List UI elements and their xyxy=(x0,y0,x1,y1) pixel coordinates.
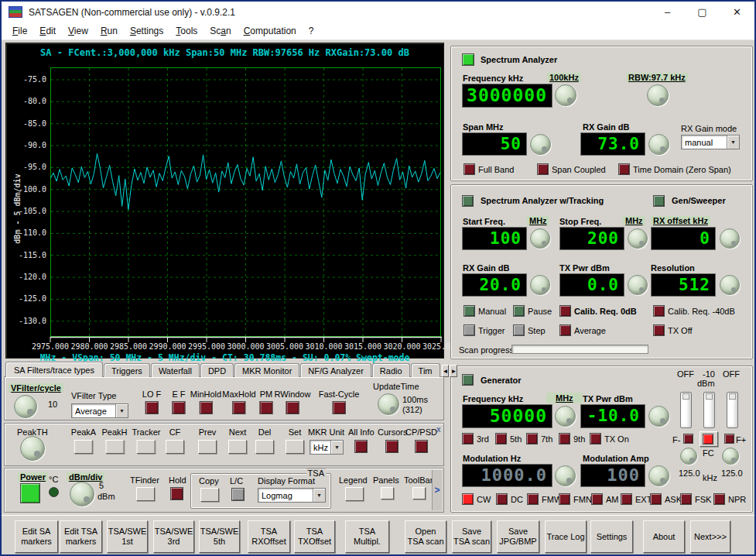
t-txpwr-knob[interactable] xyxy=(628,275,648,295)
stop-freq-unit-link[interactable]: MHz xyxy=(623,216,645,225)
sa-frequency-display[interactable]: 3000000 xyxy=(462,84,552,108)
update-time-knob[interactable] xyxy=(378,393,399,415)
gen-9th-indicator[interactable] xyxy=(559,433,570,444)
prev-button[interactable] xyxy=(198,440,217,454)
legend-button[interactable] xyxy=(345,487,364,501)
power-indicator[interactable] xyxy=(20,483,40,503)
gen-mode-dc-indicator[interactable] xyxy=(496,493,508,505)
filter-minhold-indicator[interactable] xyxy=(199,401,212,414)
tracking-pause-indicator[interactable] xyxy=(513,305,525,317)
mod-amp-display[interactable]: 100 xyxy=(580,464,645,487)
tsa-rxoffset-button[interactable]: TSARXOffset xyxy=(248,520,290,553)
tab-sa-filters-trace-types[interactable]: SA Filters/trace types xyxy=(5,362,103,377)
rx-offset-knob[interactable] xyxy=(720,228,740,249)
start-freq-unit-link[interactable]: MHz xyxy=(527,216,549,225)
sa-rbw-knob[interactable] xyxy=(647,84,669,106)
gen-frequency-display[interactable]: 50000 xyxy=(462,404,552,428)
t-txpwr-display[interactable]: 0.0 xyxy=(559,273,624,297)
f-minus-indicator[interactable] xyxy=(683,434,693,444)
all-info-indicator[interactable] xyxy=(354,440,368,453)
save-tsa-scan-button[interactable]: SaveTSA scan xyxy=(452,520,491,553)
close-icon[interactable]: x xyxy=(436,425,441,434)
generator-enable-indicator[interactable] xyxy=(462,374,474,386)
sa-frequency-knob[interactable] xyxy=(555,84,576,106)
power-link[interactable]: Power xyxy=(18,472,48,482)
gen-level-slider-1[interactable] xyxy=(680,392,692,428)
mod-hz-display[interactable]: 1000.0 xyxy=(462,464,552,487)
tracking-step-indicator[interactable] xyxy=(513,324,525,336)
tab-scroll-left-icon[interactable]: ◄ xyxy=(442,365,450,377)
lc-indicator[interactable] xyxy=(231,488,245,501)
trace-log-button[interactable]: Trace Log xyxy=(545,520,587,553)
sa-rxgain-mode-select[interactable]: manual ▼ xyxy=(681,135,740,149)
tsa-txoffset-button[interactable]: TSATXOffset xyxy=(294,520,335,553)
tracker-button[interactable] xyxy=(137,440,156,454)
more-arrow-icon[interactable]: > xyxy=(432,470,442,510)
menu-item-view[interactable]: View xyxy=(62,24,94,38)
tracking-trigger-indicator[interactable] xyxy=(464,324,475,336)
tab-dpd[interactable]: DPD xyxy=(200,363,234,377)
spectrum-analyzer-enable-indicator[interactable] xyxy=(462,53,474,66)
tsa-swe-1st-button[interactable]: TSA/SWE1st xyxy=(107,520,148,553)
f-step-right-knob[interactable] xyxy=(722,448,739,465)
open-tsa-scan-button[interactable]: OpenTSA scan xyxy=(405,520,446,553)
sa-rbw-link[interactable]: RBW:97.7 kHz xyxy=(626,73,688,82)
dbm-div-knob[interactable] xyxy=(70,482,94,506)
sa-rxgain-display[interactable]: 73.0 xyxy=(580,132,645,156)
filter-rwindow-indicator[interactable] xyxy=(286,401,299,414)
set-button[interactable] xyxy=(286,440,304,454)
tab-mkr-monitor[interactable]: MKR Monitor xyxy=(234,363,299,377)
menu-item-file[interactable]: File xyxy=(6,24,33,38)
hold-indicator[interactable] xyxy=(170,487,183,500)
menu-item-computation[interactable]: Computation xyxy=(238,24,303,38)
gen-mode-npr-indicator[interactable] xyxy=(713,493,725,505)
mkr-unit-select[interactable]: kHz ▼ xyxy=(310,440,344,455)
filter-e-f-indicator[interactable] xyxy=(173,401,186,414)
gen-mode-am-indicator[interactable] xyxy=(591,493,603,505)
filter-fast-cycle-indicator[interactable] xyxy=(333,401,346,414)
cf-button[interactable] xyxy=(166,440,184,454)
mod-amp-knob[interactable] xyxy=(648,465,669,486)
cp-psd-indicator[interactable] xyxy=(415,440,428,453)
stop-freq-knob[interactable] xyxy=(628,228,648,249)
tab-waterfall[interactable]: Waterfall xyxy=(151,363,200,377)
tracking-tx-off-indicator[interactable] xyxy=(653,324,665,336)
peakth-knob[interactable] xyxy=(20,436,45,461)
fc-indicator[interactable] xyxy=(703,434,713,444)
copy-button[interactable] xyxy=(200,488,219,502)
tab-triggers[interactable]: Triggers xyxy=(104,363,150,377)
tab-scroll-right-icon[interactable]: ► xyxy=(450,365,457,377)
minimize-icon[interactable]: – xyxy=(650,2,685,22)
sa-span-coupled-indicator[interactable] xyxy=(537,163,549,175)
t-resolution-knob[interactable] xyxy=(720,275,740,295)
tab-tim[interactable]: Tim xyxy=(411,363,440,377)
toolbar-checkbox[interactable] xyxy=(412,487,426,499)
filter-maxhold-indicator[interactable] xyxy=(233,401,246,414)
gen-3rd-indicator[interactable] xyxy=(462,433,474,444)
spectrum-trace-canvas[interactable] xyxy=(50,67,441,337)
gen-sweeper-enable-indicator[interactable] xyxy=(653,195,665,207)
save-jpg-bmp-button[interactable]: SaveJPG/BMP xyxy=(497,520,539,553)
gen-tx-on-indicator[interactable] xyxy=(590,433,601,444)
tab-nf-g-analyzer[interactable]: NF/G Analyzer xyxy=(300,363,371,377)
menu-item-help[interactable]: ? xyxy=(303,24,320,38)
gen-level-slider-3[interactable] xyxy=(727,392,738,428)
tsa-multipl-button[interactable]: TSAMultipl. xyxy=(345,520,389,553)
gen-mode-ask-indicator[interactable] xyxy=(650,493,662,505)
edit-sa-markers-button[interactable]: Edit SAmarkers xyxy=(15,520,58,553)
gen-txpwr-knob[interactable] xyxy=(648,406,669,427)
peaka-button[interactable] xyxy=(74,440,93,454)
start-freq-display[interactable]: 100 xyxy=(462,227,527,250)
settings-button[interactable]: Settings xyxy=(590,520,633,553)
gen-frequency-knob[interactable] xyxy=(555,406,576,427)
gen-unit-link[interactable]: MHz xyxy=(546,393,583,403)
gen-mode-fsk-indicator[interactable] xyxy=(680,493,692,505)
rx-offset-display[interactable]: 0 xyxy=(651,227,716,250)
tracking-calib-req-40db-indicator[interactable] xyxy=(653,305,665,317)
sa-span-knob[interactable] xyxy=(530,134,551,155)
menu-item-settings[interactable]: Settings xyxy=(124,24,169,38)
next-button[interactable] xyxy=(228,440,247,454)
sa-span-display[interactable]: 50 xyxy=(462,132,527,156)
menu-item-run[interactable]: Run xyxy=(94,24,124,38)
t-resolution-display[interactable]: 512 xyxy=(651,273,716,297)
